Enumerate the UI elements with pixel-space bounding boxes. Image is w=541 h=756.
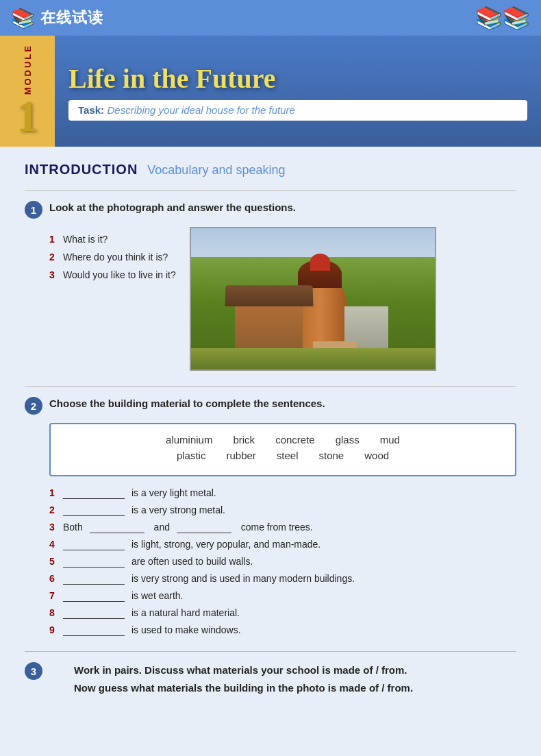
top-bar-left: 📚 在线试读 [11,7,103,29]
s9-num: 9 [49,624,59,635]
task-desc: Describing your ideal house for the futu… [108,104,295,116]
s7-num: 7 [49,590,59,601]
photo-ground [191,348,435,369]
material-wood: wood [364,450,389,461]
exercise-1-instruction: Look at the photograph and answer the qu… [49,200,296,215]
s3-num: 3 [49,522,59,533]
material-brick: brick [233,434,255,446]
intro-label: INTRODUCTION [25,162,138,178]
exercise-3: 3 Work in pairs. Discuss what materials … [25,661,516,696]
vocab-label: Vocabulary and speaking [147,163,285,178]
material-steel: steel [277,450,299,461]
sentence-4: 4 is light, strong, very popular, and ma… [49,539,516,550]
divider-1 [25,190,516,191]
s6-blank[interactable] [63,573,125,585]
exercise-1-number: 1 [25,201,42,219]
task-box: Task: Describing your ideal house for th… [68,100,527,121]
top-bar: 📚 在线试读 📚📚 [0,0,541,36]
material-mud: mud [380,434,400,446]
q3-num: 3 [49,269,59,280]
book-icon-right: 📚📚 [475,5,530,30]
s3-prefix: Both [63,522,86,533]
module-main-title: Life in the Future [68,62,527,95]
sentence-8: 8 is a natural hard material. [49,607,516,619]
s3-mid: and [151,522,173,533]
sentence-5: 5 are often used to build walls. [49,556,516,568]
s3-suffix: come from trees. [238,522,313,533]
s4-blank[interactable] [63,539,125,550]
question-2: 2 Where do you think it is? [49,252,176,263]
material-aluminium: aluminium [166,434,212,446]
exercise-2-instruction: Choose the building material to complete… [49,396,325,411]
s8-num: 8 [49,607,59,618]
materials-box: aluminium brick concrete glass mud plast… [49,423,516,476]
module-title-area: Life in the Future Task: Describing your… [55,36,541,147]
module-label: MODULE [23,44,33,95]
material-plastic: plastic [177,450,206,461]
material-rubber: rubber [226,450,255,461]
task-label: Task: [78,104,104,116]
q2-text: Where do you think it is? [63,252,168,263]
s4-text: is light, strong, very popular, and man-… [131,539,320,550]
exercise-1-header: 1 Look at the photograph and answer the … [25,200,516,219]
s5-text: are often used to build walls. [131,556,253,567]
building-roof-left [225,285,313,306]
materials-row-2: plastic rubber steel stone wood [64,450,501,461]
s5-blank[interactable] [63,556,125,568]
sentences-list: 1 is a very light metal. 2 is a very str… [49,487,516,636]
exercise-3-instruction: Work in pairs. Discuss what materials yo… [74,661,413,696]
s2-blank[interactable] [63,504,125,516]
module-number: 1 [16,95,38,138]
book-icon-left: 📚 [11,7,35,29]
s3-blank1[interactable] [90,522,144,533]
intro-heading: INTRODUCTION Vocabulary and speaking [25,162,516,178]
q1-num: 1 [49,234,59,245]
top-bar-title: 在线试读 [40,8,103,28]
exercise-2-header: 2 Choose the building material to comple… [25,396,516,415]
s8-text: is a natural hard material. [131,607,240,618]
divider-2 [25,386,516,387]
sentence-2: 2 is a very strong metal. [49,504,516,516]
material-glass: glass [336,434,360,446]
s1-blank[interactable] [63,487,125,499]
s2-text: is a very strong metal. [131,504,225,515]
s2-num: 2 [49,504,59,515]
s9-blank[interactable] [63,624,125,636]
page-body: INTRODUCTION Vocabulary and speaking 1 L… [0,147,541,725]
s5-num: 5 [49,556,59,567]
sentence-9: 9 is used to make windows. [49,624,516,636]
material-concrete: concrete [275,434,315,446]
s7-text: is wet earth. [131,590,183,601]
s8-blank[interactable] [63,607,125,619]
materials-row-1: aluminium brick concrete glass mud [64,434,501,446]
q2-num: 2 [49,252,59,263]
sentence-3: 3 Both and come from trees. [49,522,516,533]
s1-text: is a very light metal. [131,487,216,498]
main-content: MODULE 1 Life in the Future Task: Descri… [0,36,541,756]
question-3: 3 Would you like to live in it? [49,269,176,280]
exercise-1: 1 Look at the photograph and answer the … [25,200,516,371]
material-stone: stone [319,450,344,461]
s6-num: 6 [49,573,59,584]
question-1: 1 What is it? [49,234,176,245]
top-bar-right: 📚📚 [475,5,530,31]
module-header: MODULE 1 Life in the Future Task: Descri… [0,36,541,147]
sentence-7: 7 is wet earth. [49,590,516,602]
sentence-1: 1 is a very light metal. [49,487,516,499]
exercise-3-header: 3 Work in pairs. Discuss what materials … [25,661,516,696]
s6-text: is very strong and is used in many moder… [131,573,355,584]
building-dome-top [310,254,329,271]
s1-num: 1 [49,487,59,498]
q3-text: Would you like to live in it? [63,269,176,280]
exercise-3-number: 3 [25,662,42,680]
photo-scene [191,228,435,369]
exercise-1-body: 1 What is it? 2 Where do you think it is… [49,227,516,371]
sentence-6: 6 is very strong and is used in many mod… [49,573,516,585]
q1-text: What is it? [63,234,108,245]
s7-blank[interactable] [63,590,125,602]
building-photo [190,227,436,371]
questions-list: 1 What is it? 2 Where do you think it is… [49,234,176,287]
s9-text: is used to make windows. [131,624,241,635]
exercise-2-number: 2 [25,397,42,415]
s3-blank2[interactable] [177,522,231,533]
